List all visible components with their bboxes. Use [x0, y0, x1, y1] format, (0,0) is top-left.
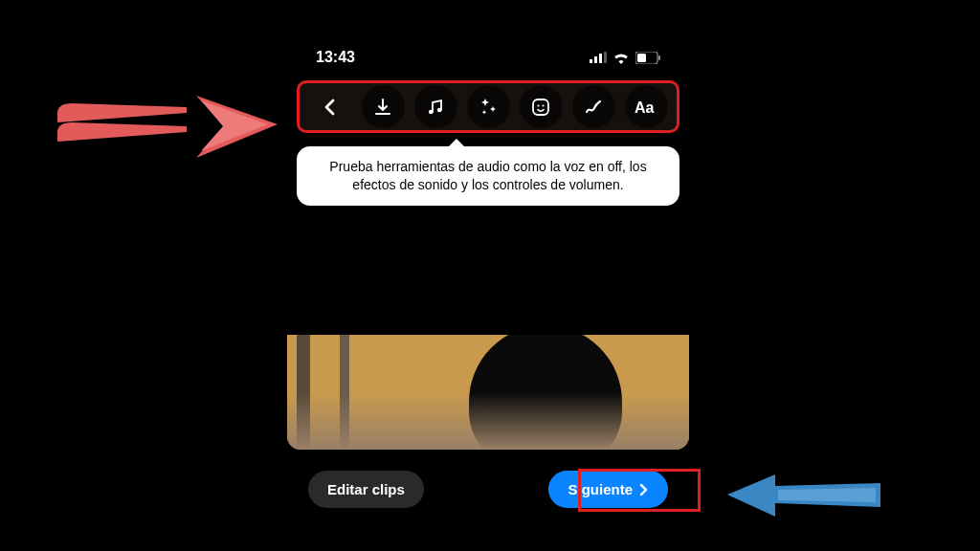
edit-clips-button[interactable]: Editar clips: [308, 471, 424, 508]
download-button[interactable]: [362, 85, 405, 128]
phone-top-section: 13:43: [287, 36, 689, 242]
next-button[interactable]: Siguiente: [548, 471, 668, 508]
editor-toolbar: Aa: [297, 80, 679, 133]
signal-icon: [590, 52, 607, 63]
svg-rect-9: [533, 99, 548, 115]
svg-point-10: [537, 104, 539, 106]
svg-rect-6: [658, 55, 660, 60]
next-label: Siguiente: [568, 481, 633, 497]
svg-rect-1: [594, 56, 597, 63]
svg-text:Aa: Aa: [635, 99, 655, 116]
wifi-icon: [612, 52, 630, 64]
svg-rect-3: [604, 52, 607, 63]
svg-rect-5: [637, 54, 646, 62]
editor-toolbar-wrap: Aa: [297, 80, 679, 133]
svg-point-8: [437, 107, 442, 112]
phone-bottom-section: Editar clips Siguiente: [287, 335, 689, 540]
video-preview-clip: [287, 335, 689, 450]
tooltip-text: Prueba herramientas de audio como la voz…: [329, 159, 646, 192]
back-button[interactable]: [309, 85, 352, 128]
edit-clips-label: Editar clips: [327, 481, 405, 497]
battery-icon: [635, 52, 660, 64]
svg-point-7: [429, 109, 434, 114]
audio-tooltip: Prueba herramientas de audio como la voz…: [297, 146, 679, 206]
audio-button[interactable]: [414, 85, 457, 128]
status-time: 13:43: [316, 49, 355, 66]
draw-button[interactable]: [572, 85, 615, 128]
svg-rect-2: [599, 54, 602, 63]
svg-point-11: [542, 104, 544, 106]
text-button[interactable]: Aa: [625, 85, 668, 128]
arrow-annotation-blue: [723, 469, 885, 521]
effects-button[interactable]: [467, 85, 510, 128]
chevron-right-icon: [638, 483, 649, 496]
arrow-annotation-red: [53, 86, 282, 172]
status-icons: [590, 52, 660, 64]
svg-rect-0: [590, 59, 592, 63]
status-bar: 13:43: [287, 42, 689, 73]
sticker-button[interactable]: [520, 85, 563, 128]
bottom-actions: Editar clips Siguiente: [287, 450, 689, 508]
